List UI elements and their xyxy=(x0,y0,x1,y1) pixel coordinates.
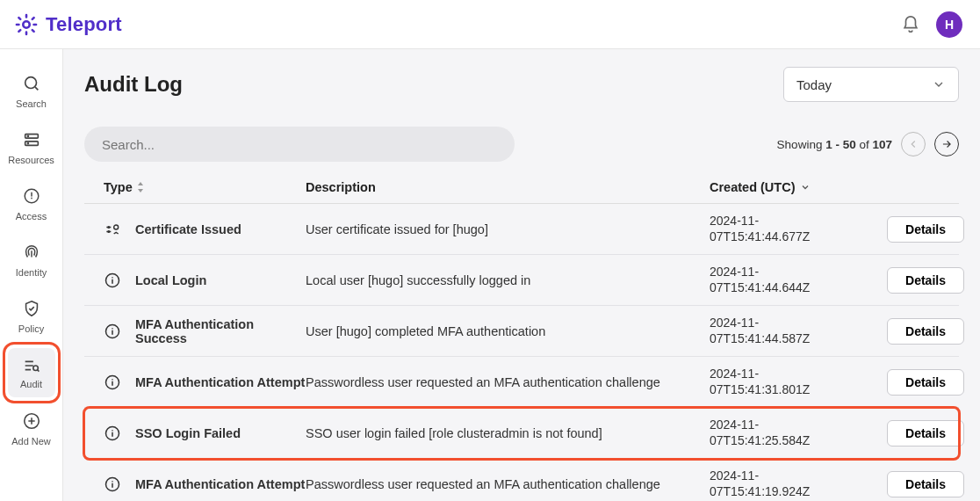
event-type: MFA Authentication Attempt xyxy=(135,477,305,491)
table-row: Certificate IssuedUser certificate issue… xyxy=(84,204,959,255)
sidebar-item-resources[interactable]: Resources xyxy=(5,120,58,176)
brand[interactable]: Teleport xyxy=(14,12,122,37)
col-created[interactable]: Created (UTC) xyxy=(710,180,850,194)
svg-point-0 xyxy=(23,21,29,27)
event-created: 2024-11-07T15:41:25.584Z xyxy=(710,418,850,448)
identity-icon xyxy=(22,243,41,262)
date-range-select[interactable]: Today xyxy=(783,67,959,102)
event-description: Local user [hugo] successfully logged in xyxy=(306,273,710,287)
info-icon xyxy=(104,323,121,340)
access-icon xyxy=(22,186,41,206)
details-button[interactable]: Details xyxy=(887,420,964,447)
brand-name: Teleport xyxy=(46,13,122,36)
sidebar-item-label: Search xyxy=(16,98,47,109)
sort-icon xyxy=(136,182,145,192)
sidebar-item-access[interactable]: Access xyxy=(5,176,58,232)
logo-icon xyxy=(14,12,39,37)
add-icon xyxy=(22,411,41,431)
sidebar-item-label: Add New xyxy=(11,436,51,447)
arrow-left-icon xyxy=(907,138,919,150)
type-cell: MFA Authentication Success xyxy=(104,317,306,345)
policy-icon xyxy=(22,299,41,318)
type-cell: Certificate Issued xyxy=(104,221,306,238)
table-row: MFA Authentication SuccessUser [hugo] co… xyxy=(84,306,959,357)
event-created: 2024-11-07T15:41:44.587Z xyxy=(710,316,850,346)
sidebar-item-label: Resources xyxy=(8,155,54,165)
topbar-right: H xyxy=(901,11,962,38)
type-cell: MFA Authentication Attempt xyxy=(104,476,306,493)
event-type: SSO Login Failed xyxy=(135,426,241,440)
svg-point-10 xyxy=(108,230,110,232)
event-description: Passwordless user requested an MFA authe… xyxy=(306,375,710,389)
sidebar-item-audit[interactable]: Audit xyxy=(5,345,58,401)
info-icon xyxy=(104,476,121,493)
event-created: 2024-11-07T15:41:31.801Z xyxy=(710,367,850,397)
event-description: User certificate issued for [hugo] xyxy=(306,222,710,236)
table-row: SSO Login FailedSSO user login failed [r… xyxy=(84,408,959,459)
svg-point-1 xyxy=(25,77,36,89)
page-title: Audit Log xyxy=(84,72,183,97)
topbar: Teleport H xyxy=(0,0,980,49)
info-icon xyxy=(104,272,121,289)
sidebar-item-add-new[interactable]: Add New xyxy=(5,401,58,457)
event-created: 2024-11-07T15:41:19.924Z xyxy=(710,468,850,499)
svg-point-4 xyxy=(27,135,28,136)
table-row: Local LoginLocal user [hugo] successfull… xyxy=(84,255,959,306)
sidebar-item-search[interactable]: Search xyxy=(5,63,58,120)
sidebar-item-label: Identity xyxy=(16,267,47,278)
audit-table: Type Description Created (UTC) Certifica… xyxy=(84,171,959,501)
table-header: Type Description Created (UTC) xyxy=(84,171,959,204)
table-row: MFA Authentication AttemptPasswordless u… xyxy=(84,459,959,501)
type-cell: MFA Authentication Attempt xyxy=(104,374,306,391)
info-icon xyxy=(104,374,121,391)
search-input[interactable] xyxy=(102,137,497,152)
col-description: Description xyxy=(306,180,710,194)
event-type: Local Login xyxy=(135,273,206,287)
notifications-icon[interactable] xyxy=(901,15,920,34)
col-type[interactable]: Type xyxy=(104,180,306,194)
details-button[interactable]: Details xyxy=(887,216,964,243)
search-input-wrapper[interactable] xyxy=(84,127,515,162)
svg-point-9 xyxy=(108,226,110,228)
event-type: MFA Authentication Attempt xyxy=(135,375,305,389)
sidebar: Search Resources Access Identity Policy … xyxy=(0,49,63,501)
details-button[interactable]: Details xyxy=(887,471,964,497)
pagination-text: Showing 1 - 50 of 107 xyxy=(777,138,892,151)
sidebar-item-identity[interactable]: Identity xyxy=(5,232,58,288)
info-icon xyxy=(104,425,121,442)
event-type: MFA Authentication Success xyxy=(135,317,306,345)
main: Audit Log Today Showing 1 - 50 of 107 xyxy=(63,49,980,501)
type-cell: SSO Login Failed xyxy=(104,425,306,442)
date-range-value: Today xyxy=(796,77,832,92)
details-button[interactable]: Details xyxy=(887,318,964,345)
chevron-down-icon xyxy=(932,77,946,91)
event-description: Passwordless user requested an MFA authe… xyxy=(306,477,710,491)
prev-page-button[interactable] xyxy=(901,132,926,156)
search-icon xyxy=(22,74,41,93)
event-created: 2024-11-07T15:41:44.677Z xyxy=(710,214,850,244)
svg-point-5 xyxy=(27,143,28,144)
sidebar-item-label: Audit xyxy=(20,379,42,389)
type-cell: Local Login xyxy=(104,272,306,289)
event-type: Certificate Issued xyxy=(135,222,241,236)
resources-icon xyxy=(22,130,41,149)
audit-icon xyxy=(22,356,41,375)
table-row: MFA Authentication AttemptPasswordless u… xyxy=(84,357,959,408)
event-description: User [hugo] completed MFA authentication xyxy=(306,324,710,338)
avatar-initial: H xyxy=(945,18,954,32)
next-page-button[interactable] xyxy=(934,132,959,156)
arrow-right-icon xyxy=(940,138,953,150)
certificate-icon xyxy=(104,221,121,238)
event-created: 2024-11-07T15:41:44.644Z xyxy=(710,265,850,295)
event-description: SSO user login failed [role clusteradmin… xyxy=(306,426,710,440)
pagination: Showing 1 - 50 of 107 xyxy=(777,132,959,156)
sidebar-item-label: Access xyxy=(16,211,47,221)
sidebar-item-label: Policy xyxy=(18,323,44,334)
svg-point-7 xyxy=(32,366,38,371)
sidebar-item-policy[interactable]: Policy xyxy=(5,288,58,345)
avatar[interactable]: H xyxy=(936,11,962,38)
details-button[interactable]: Details xyxy=(887,369,964,396)
details-button[interactable]: Details xyxy=(887,267,964,294)
chevron-down-icon xyxy=(800,182,811,192)
